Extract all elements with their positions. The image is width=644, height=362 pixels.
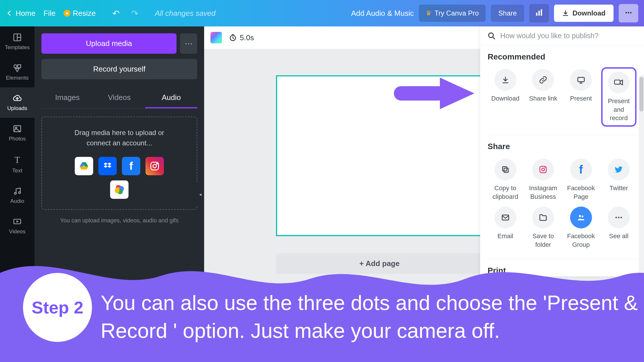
rail-videos[interactable]: Videos xyxy=(0,211,34,241)
svg-point-33 xyxy=(616,217,617,218)
file-menu-button[interactable]: File xyxy=(43,9,55,18)
instagram-source-icon[interactable] xyxy=(145,157,164,175)
google-photos-icon[interactable] xyxy=(110,180,129,199)
rail-text[interactable]: T Text xyxy=(0,148,34,180)
rail-elements[interactable]: Elements xyxy=(0,57,34,87)
svg-point-3 xyxy=(625,12,627,13)
collapse-panel-handle[interactable]: ◂ xyxy=(197,180,204,209)
scrollbar-thumb[interactable] xyxy=(639,77,643,111)
svg-point-18 xyxy=(157,163,158,164)
option-facebook-page[interactable]: f Facebook Page xyxy=(563,157,599,203)
add-audio-music-button[interactable]: Add Audio & Music xyxy=(351,9,414,18)
svg-point-35 xyxy=(621,217,622,218)
svg-rect-10 xyxy=(18,65,21,68)
svg-rect-26 xyxy=(503,167,507,171)
share-grid: Copy to clipboard Instagram Business f F… xyxy=(488,157,637,251)
more-menu-button[interactable] xyxy=(619,4,638,22)
rail-templates-label: Templates xyxy=(5,44,30,51)
rail-templates[interactable]: Templates xyxy=(0,26,34,57)
option-copy-label: Copy to clipboard xyxy=(492,184,518,201)
svg-line-22 xyxy=(493,37,495,39)
undo-icon[interactable]: ↶ xyxy=(112,8,120,18)
svg-rect-0 xyxy=(536,13,538,16)
option-copy-clipboard[interactable]: Copy to clipboard xyxy=(488,157,523,203)
divider xyxy=(488,135,637,135)
svg-point-32 xyxy=(582,216,583,217)
crown-small-icon: ★ xyxy=(64,10,70,17)
rail-uploads[interactable]: Uploads xyxy=(0,87,34,118)
duration-display[interactable]: 5.0s xyxy=(229,33,254,42)
dots-horizontal-icon xyxy=(624,9,632,17)
toolbar-left-group: Home File ★ Resize ↶ ↷ All changes saved xyxy=(6,8,216,18)
svg-point-17 xyxy=(153,164,156,168)
svg-point-29 xyxy=(545,167,546,168)
upload-row: Upload media ⋯ xyxy=(41,33,197,54)
rail-audio-label: Audio xyxy=(10,198,24,204)
rail-photos[interactable]: Photos xyxy=(0,118,34,148)
audio-icon xyxy=(13,186,22,196)
chevron-left-icon xyxy=(6,10,13,17)
photos-icon xyxy=(13,124,22,133)
option-present[interactable]: Present xyxy=(563,67,599,127)
option-download[interactable]: Download xyxy=(488,67,523,127)
tab-images[interactable]: Images xyxy=(41,88,93,108)
option-present-and-record[interactable]: Present and record xyxy=(601,67,637,127)
redo-icon[interactable]: ↷ xyxy=(131,8,138,18)
try-canva-pro-button[interactable]: ♛ Try Canva Pro xyxy=(419,5,486,22)
download-button[interactable]: Download xyxy=(554,5,614,22)
google-drive-icon[interactable] xyxy=(75,157,93,175)
publish-search-input[interactable] xyxy=(500,32,637,40)
option-share-link[interactable]: Share link xyxy=(526,67,561,127)
annotation-arrow xyxy=(394,75,474,112)
upload-media-button[interactable]: Upload media xyxy=(41,33,177,54)
email-icon xyxy=(501,213,510,222)
svg-point-4 xyxy=(628,12,629,13)
insights-button[interactable] xyxy=(529,4,549,22)
share-heading: Share xyxy=(488,142,637,151)
option-instagram-business[interactable]: Instagram Business xyxy=(526,157,561,203)
svg-point-9 xyxy=(14,65,17,68)
share-button[interactable]: Share xyxy=(491,5,524,22)
elements-icon xyxy=(13,63,22,72)
svg-point-28 xyxy=(542,168,545,171)
present-icon xyxy=(577,76,585,84)
tutorial-banner: Step 2 You can also use the three dots a… xyxy=(0,241,644,362)
option-present-label: Present xyxy=(570,94,592,103)
rail-photos-label: Photos xyxy=(9,136,26,142)
tab-videos[interactable]: Videos xyxy=(93,88,145,108)
svg-point-34 xyxy=(618,217,620,218)
group-icon xyxy=(577,213,585,222)
recommended-grid: Download Share link Present Present and … xyxy=(488,67,637,127)
rail-audio[interactable]: Audio xyxy=(0,180,34,211)
rail-videos-label: Videos xyxy=(9,228,26,235)
folder-icon xyxy=(539,213,547,222)
home-label: Home xyxy=(16,9,35,18)
top-toolbar: Home File ★ Resize ↶ ↷ All changes saved… xyxy=(0,0,644,26)
svg-rect-2 xyxy=(541,9,542,16)
resize-button[interactable]: ★ Resize xyxy=(64,9,95,18)
search-icon xyxy=(488,32,496,40)
upload-more-button[interactable]: ⋯ xyxy=(180,33,197,54)
dropbox-icon[interactable] xyxy=(98,157,117,175)
download-icon xyxy=(501,76,510,84)
templates-icon xyxy=(13,33,22,42)
tab-audio[interactable]: Audio xyxy=(145,88,197,108)
color-picker-swatch[interactable] xyxy=(210,32,222,43)
tutorial-text: You can also use the three dots and choo… xyxy=(101,289,638,345)
upload-dropzone[interactable]: Drag media here to upload or connect an … xyxy=(41,117,197,210)
crown-icon: ♛ xyxy=(426,9,432,17)
dropzone-text-1: Drag media here to upload or xyxy=(49,128,190,138)
svg-point-31 xyxy=(579,215,581,217)
record-yourself-button[interactable]: Record yourself xyxy=(41,59,197,79)
clock-icon xyxy=(229,34,237,42)
bar-chart-icon xyxy=(535,9,543,17)
facebook-source-icon[interactable]: f xyxy=(122,157,140,175)
present-record-icon xyxy=(614,78,624,87)
undo-redo-group: ↶ ↷ xyxy=(112,8,138,18)
rail-elements-label: Elements xyxy=(6,75,28,81)
rail-uploads-label: Uploads xyxy=(7,105,27,111)
option-tw-label: Twitter xyxy=(610,184,628,192)
option-twitter[interactable]: Twitter xyxy=(601,157,637,203)
home-button[interactable]: Home xyxy=(6,9,35,18)
upload-note: You can upload images, videos, audio and… xyxy=(41,217,197,224)
